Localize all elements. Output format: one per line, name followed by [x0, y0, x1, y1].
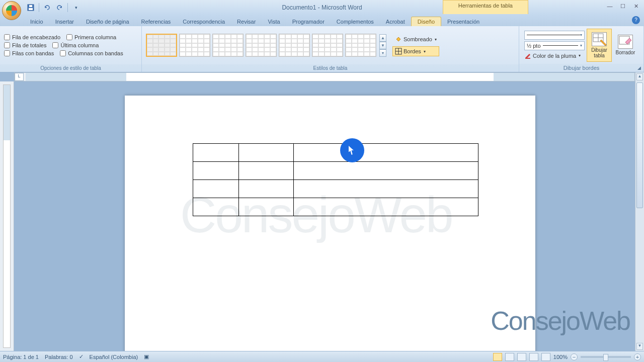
close-button[interactable]: ✕: [631, 2, 641, 10]
title-bar: ▾ Documento1 - Microsoft Word Herramient…: [0, 0, 644, 15]
table-cell[interactable]: [193, 198, 239, 216]
tab-insertar[interactable]: Insertar: [49, 17, 80, 26]
eraser-icon: [618, 35, 633, 49]
zoom-slider[interactable]: [581, 356, 631, 358]
maximize-button[interactable]: ☐: [618, 2, 628, 10]
status-words[interactable]: Palabras: 0: [45, 354, 73, 360]
status-bar: Página: 1 de 1 Palabras: 0 ✓ Español (Co…: [0, 351, 644, 362]
tab-diseno-pagina[interactable]: Diseño de página: [80, 17, 135, 26]
table-style-3[interactable]: [212, 34, 244, 57]
chk-ultima-columna[interactable]: Última columna: [52, 42, 99, 48]
gallery-down-icon[interactable]: ▼: [379, 42, 386, 49]
page[interactable]: ConsejoWeb: [125, 96, 535, 351]
table-style-1[interactable]: [146, 34, 177, 57]
chk-fila-encabezado[interactable]: Fila de encabezado: [4, 34, 60, 40]
borders-icon: [395, 48, 402, 55]
tab-selector[interactable]: L: [15, 73, 24, 81]
table-cell[interactable]: [294, 162, 478, 180]
chk-filas-bandas[interactable]: Filas con bandas: [4, 50, 54, 56]
vertical-ruler[interactable]: [0, 81, 14, 351]
tab-referencias[interactable]: Referencias: [135, 17, 177, 26]
table-cell[interactable]: [193, 162, 239, 180]
quick-access-toolbar: ▾: [25, 2, 82, 13]
view-web[interactable]: [517, 353, 526, 361]
group-label-draw-borders: Dibujar bordes◢: [519, 64, 643, 72]
view-print-layout[interactable]: [493, 353, 502, 361]
table-style-6[interactable]: [312, 34, 343, 57]
horizontal-ruler[interactable]: [26, 73, 634, 81]
redo-icon[interactable]: [54, 2, 65, 13]
tab-diseno[interactable]: Diseño: [411, 17, 441, 26]
pen-color-button[interactable]: Color de la pluma ▾: [524, 52, 585, 60]
table-cell[interactable]: [239, 180, 294, 198]
draw-table-icon: [592, 32, 607, 46]
tab-programador[interactable]: Programador: [286, 17, 331, 26]
svg-rect-1: [29, 8, 33, 10]
view-outline[interactable]: [529, 353, 538, 361]
table-cell[interactable]: [239, 144, 294, 162]
gallery-up-icon[interactable]: ▲: [379, 34, 386, 42]
line-weight-select[interactable]: ½ pto▾: [524, 41, 585, 50]
macro-record-icon[interactable]: ▣: [144, 353, 149, 360]
proofing-icon[interactable]: ✓: [79, 353, 84, 360]
chk-primera-columna[interactable]: Primera columna: [66, 34, 116, 40]
table-cell[interactable]: [294, 144, 478, 162]
zoom-level[interactable]: 100%: [553, 354, 568, 360]
zoom-out-button[interactable]: −: [571, 353, 578, 360]
vertical-scrollbar[interactable]: ▲ ▼: [635, 72, 644, 351]
tab-inicio[interactable]: Inicio: [24, 17, 49, 26]
group-label-style-options: Opciones de estilo de tabla: [0, 64, 141, 72]
draw-table-button[interactable]: Dibujar tabla: [587, 29, 612, 62]
bucket-icon: [395, 36, 402, 43]
chk-fila-totales[interactable]: Fila de totales: [4, 42, 46, 48]
tab-correspondencia[interactable]: Correspondencia: [177, 17, 231, 26]
help-icon[interactable]: ?: [632, 16, 640, 24]
table-cell[interactable]: [294, 180, 478, 198]
view-draft[interactable]: [541, 353, 550, 361]
table-row: [193, 198, 478, 216]
eraser-button[interactable]: Borrador: [613, 29, 638, 62]
scroll-thumb[interactable]: [636, 82, 643, 208]
table-cell[interactable]: [294, 198, 478, 216]
table-cell[interactable]: [193, 180, 239, 198]
view-full-screen[interactable]: [505, 353, 514, 361]
document-table[interactable]: [193, 143, 478, 216]
line-style-select[interactable]: ▾: [524, 31, 585, 40]
separator: [39, 3, 39, 12]
table-cell[interactable]: [193, 144, 239, 162]
table-style-5[interactable]: [279, 34, 310, 57]
minimize-button[interactable]: —: [605, 2, 615, 10]
tab-vista[interactable]: Vista: [262, 17, 286, 26]
window-title: Documento1 - Microsoft Word: [282, 4, 362, 11]
table-tools-context-tab: Herramientas de tabla: [443, 0, 528, 14]
borders-button[interactable]: Bordes ▾: [392, 46, 439, 56]
table-style-4[interactable]: [246, 34, 277, 57]
status-language[interactable]: Español (Colombia): [90, 354, 138, 360]
gallery-more-icon[interactable]: ▾: [379, 49, 386, 57]
qat-customize-icon[interactable]: ▾: [70, 2, 82, 13]
status-page[interactable]: Página: 1 de 1: [3, 354, 39, 360]
scroll-up-icon[interactable]: ▲: [636, 73, 643, 80]
tab-presentacion[interactable]: Presentación: [441, 17, 486, 26]
office-button[interactable]: [2, 1, 21, 20]
ribbon: Fila de encabezado Primera columna Fila …: [0, 26, 644, 72]
dialog-launcher-icon[interactable]: ◢: [636, 65, 642, 71]
scroll-down-icon[interactable]: ▼: [636, 343, 643, 350]
tab-complementos[interactable]: Complementos: [331, 17, 380, 26]
table-cell[interactable]: [239, 162, 294, 180]
shading-button[interactable]: Sombreado ▾: [392, 34, 439, 44]
zoom-in-button[interactable]: +: [634, 353, 641, 360]
tab-revisar[interactable]: Revisar: [231, 17, 262, 26]
table-style-7[interactable]: [345, 34, 376, 57]
table-row: [193, 180, 478, 198]
horizontal-ruler-wrap: L: [14, 72, 635, 81]
tab-acrobat[interactable]: Acrobat: [380, 17, 411, 26]
table-style-2[interactable]: [179, 34, 210, 57]
undo-icon[interactable]: [42, 2, 53, 13]
save-icon[interactable]: [25, 2, 36, 13]
separator: [67, 3, 68, 12]
table-cell[interactable]: [239, 198, 294, 216]
pen-icon: [524, 52, 531, 60]
page-viewport[interactable]: ConsejoWeb ConsejoWeb: [14, 81, 635, 351]
chk-columnas-bandas[interactable]: Columnas con bandas: [60, 50, 123, 56]
